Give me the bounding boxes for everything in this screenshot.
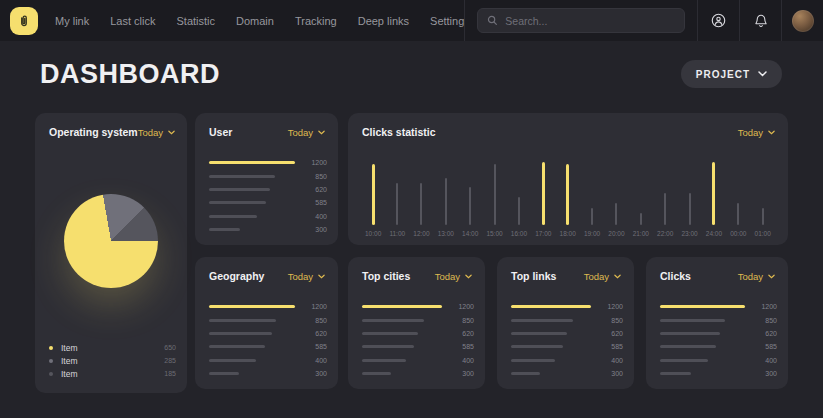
legend-value: 185 bbox=[164, 370, 176, 377]
nav-menu: My linkLast clickStatisticDomainTracking… bbox=[55, 15, 464, 27]
bar-row: 400 bbox=[209, 210, 327, 223]
user-avatar bbox=[792, 10, 814, 32]
chart-bar bbox=[518, 197, 520, 225]
period-dropdown[interactable]: Today bbox=[738, 271, 775, 282]
bar-row: 585 bbox=[511, 340, 623, 353]
axis-tick-label: 21:00 bbox=[633, 230, 649, 237]
legend-label: Item bbox=[61, 343, 164, 353]
profile-button[interactable] bbox=[782, 0, 823, 41]
period-label: Today bbox=[138, 127, 163, 138]
bar bbox=[660, 359, 708, 362]
chart-bar bbox=[469, 187, 471, 225]
bar-value: 850 bbox=[599, 317, 623, 324]
bar-track bbox=[362, 359, 442, 362]
bar-track bbox=[209, 215, 295, 218]
bar-value: 300 bbox=[303, 226, 327, 233]
nav-item-statistic[interactable]: Statistic bbox=[176, 15, 215, 27]
bar-track bbox=[209, 372, 295, 375]
bar-value: 585 bbox=[753, 343, 777, 350]
bar-row: 300 bbox=[362, 367, 474, 380]
bar-row: 620 bbox=[209, 183, 327, 196]
legend-dot bbox=[49, 372, 53, 376]
period-dropdown[interactable]: Today bbox=[138, 127, 175, 138]
bar-track bbox=[362, 319, 442, 322]
legend-item: Item285 bbox=[49, 354, 176, 367]
bar bbox=[511, 345, 563, 348]
nav-item-my-link[interactable]: My link bbox=[55, 15, 89, 27]
chart-column: 15:00 bbox=[486, 164, 502, 237]
bar bbox=[209, 161, 295, 164]
axis-tick-label: 11:00 bbox=[389, 230, 405, 237]
bar-value: 1200 bbox=[303, 159, 327, 166]
card-title: User bbox=[209, 126, 232, 138]
app-logo[interactable] bbox=[10, 7, 38, 35]
bar-row: 400 bbox=[209, 354, 327, 367]
bar-row: 1200 bbox=[209, 156, 327, 169]
card-user: User Today 1200850620585400300 bbox=[195, 113, 338, 245]
bar-track bbox=[362, 372, 442, 375]
account-icon bbox=[710, 12, 727, 29]
search-input[interactable] bbox=[505, 15, 675, 27]
bar-value: 585 bbox=[303, 199, 327, 206]
bar-track bbox=[511, 359, 591, 362]
chart-bar bbox=[762, 208, 764, 225]
period-dropdown[interactable]: Today bbox=[435, 271, 472, 282]
period-dropdown[interactable]: Today bbox=[288, 127, 325, 138]
bar bbox=[660, 372, 691, 375]
bar-track bbox=[660, 332, 745, 335]
chart-column: 11:00 bbox=[389, 183, 405, 237]
bar-value: 300 bbox=[450, 370, 474, 377]
chart-bar bbox=[566, 164, 569, 225]
chart-bar bbox=[615, 203, 617, 225]
period-dropdown[interactable]: Today bbox=[584, 271, 621, 282]
bar-row: 620 bbox=[209, 327, 327, 340]
bar-value: 300 bbox=[303, 370, 327, 377]
notifications-button[interactable] bbox=[740, 0, 781, 41]
card-operating-system: Operating system Today Item650Item285Ite… bbox=[35, 113, 187, 393]
axis-tick-label: 01:00 bbox=[755, 230, 771, 237]
chart-column: 19:00 bbox=[584, 208, 600, 237]
bar bbox=[209, 359, 256, 362]
card-clicks-statistic: Clicks statistic Today 10:0011:0012:0013… bbox=[348, 113, 788, 245]
bar-list: 1200850620585400300 bbox=[209, 300, 327, 380]
chart-column: 23:00 bbox=[681, 193, 697, 237]
account-button[interactable] bbox=[698, 0, 739, 41]
bar-row: 400 bbox=[660, 354, 777, 367]
chart-column: 24:00 bbox=[706, 162, 722, 237]
bar-value: 585 bbox=[303, 343, 327, 350]
bar-value: 300 bbox=[753, 370, 777, 377]
bar-value: 1200 bbox=[599, 303, 623, 310]
bar bbox=[209, 228, 240, 231]
project-dropdown[interactable]: PROJECT bbox=[681, 60, 782, 88]
bar-list: 1200850620585400300 bbox=[209, 156, 327, 236]
card-geography: Geography Today 1200850620585400300 bbox=[195, 257, 338, 389]
period-dropdown[interactable]: Today bbox=[738, 127, 775, 138]
nav-item-last-click[interactable]: Last click bbox=[110, 15, 155, 27]
bar-value: 620 bbox=[450, 330, 474, 337]
bar bbox=[209, 175, 275, 178]
period-label: Today bbox=[584, 271, 609, 282]
chart-column: 01:00 bbox=[755, 208, 771, 237]
nav-item-setting[interactable]: Setting bbox=[430, 15, 464, 27]
bar bbox=[511, 332, 567, 335]
bar-row: 850 bbox=[209, 313, 327, 326]
chart-column: 18:00 bbox=[560, 164, 576, 237]
chevron-down-icon bbox=[758, 71, 767, 77]
bar-row: 620 bbox=[362, 327, 474, 340]
bar-track bbox=[209, 332, 295, 335]
bar-list: 1200850620585400300 bbox=[362, 300, 474, 380]
bar bbox=[362, 319, 424, 322]
nav-item-deep-links[interactable]: Deep links bbox=[358, 15, 409, 27]
bar-track bbox=[660, 319, 745, 322]
legend-value: 285 bbox=[164, 357, 176, 364]
bar-track bbox=[209, 345, 295, 348]
legend-label: Item bbox=[61, 369, 164, 379]
chart-column: 13:00 bbox=[438, 178, 454, 237]
chart-bar bbox=[737, 203, 739, 225]
period-dropdown[interactable]: Today bbox=[288, 271, 325, 282]
nav-item-tracking[interactable]: Tracking bbox=[295, 15, 337, 27]
nav-item-domain[interactable]: Domain bbox=[236, 15, 274, 27]
search-bar[interactable] bbox=[477, 8, 685, 33]
bar-value: 400 bbox=[753, 357, 777, 364]
chart-bar bbox=[712, 162, 715, 225]
